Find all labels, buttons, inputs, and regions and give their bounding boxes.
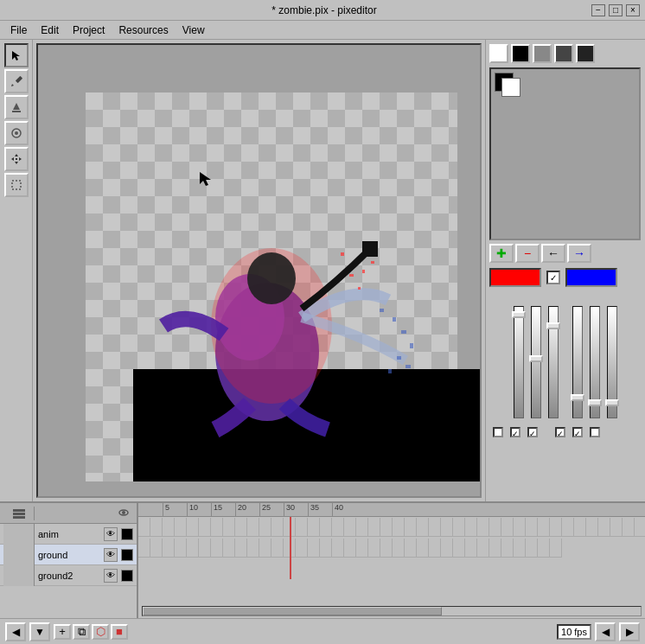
frame-cell[interactable] [271, 518, 284, 537]
color1-checkbox[interactable]: ✓ [546, 271, 560, 284]
frame-cell[interactable] [441, 539, 453, 558]
layer-vis-ground2[interactable]: 👁 [104, 569, 118, 583]
prev-color-button[interactable]: ← [541, 244, 565, 263]
frame-cell[interactable] [598, 518, 610, 537]
checkbox-3[interactable] [527, 427, 538, 437]
menu-edit[interactable]: Edit [34, 22, 66, 38]
frame-cell[interactable] [308, 518, 320, 537]
play-button[interactable]: ▶ [619, 622, 640, 641]
add-keyframe-button[interactable]: ⬡ [92, 624, 109, 640]
frame-cell[interactable] [586, 518, 598, 537]
checkbox-2[interactable] [510, 427, 520, 437]
frame-cell[interactable] [453, 539, 465, 558]
frame-cell[interactable] [550, 539, 562, 558]
frame-cell[interactable] [441, 518, 453, 537]
frame-cell[interactable] [259, 518, 271, 537]
frame-cell[interactable] [138, 539, 150, 558]
frame-cell[interactable] [187, 539, 199, 558]
frame-cell[interactable] [477, 539, 489, 558]
frame-cell[interactable] [199, 539, 211, 558]
swatch-black[interactable] [511, 44, 530, 63]
tool-pencil[interactable] [4, 69, 29, 93]
frame-cell[interactable] [562, 518, 574, 537]
frame-cell[interactable] [332, 539, 344, 558]
frame-cell[interactable] [320, 539, 332, 558]
layer-row-anim[interactable]: anim 👁 [0, 524, 137, 545]
duplicate-button[interactable]: ⧉ [73, 624, 90, 640]
frame-cell[interactable] [405, 518, 417, 537]
close-button[interactable]: × [626, 4, 640, 16]
frame-cell[interactable] [150, 539, 163, 558]
tool-select[interactable] [4, 173, 29, 197]
slider-thumb-6[interactable] [605, 399, 619, 406]
frame-cell[interactable] [538, 539, 550, 558]
window-controls[interactable]: − □ × [591, 4, 640, 16]
next-color-button[interactable]: → [567, 244, 591, 263]
frame-cell[interactable] [429, 539, 441, 558]
frame-cell[interactable] [223, 539, 235, 558]
layer-vis-ground[interactable]: 👁 [104, 548, 118, 562]
canvas-panel[interactable] [36, 43, 482, 498]
menu-resources[interactable]: Resources [112, 22, 175, 38]
tool-arrow[interactable] [4, 43, 29, 67]
frame-cell[interactable] [501, 518, 514, 537]
layer-vis-anim[interactable]: 👁 [104, 527, 118, 541]
frame-cell[interactable] [465, 518, 477, 537]
frame-cell[interactable] [477, 518, 489, 537]
frame-cell[interactable] [308, 539, 320, 558]
frame-cell[interactable] [393, 518, 405, 537]
slider-thumb-4[interactable] [571, 394, 584, 401]
frame-cell[interactable] [175, 539, 187, 558]
frame-cell[interactable] [199, 518, 211, 537]
frame-cell[interactable] [211, 518, 223, 537]
frame-cell[interactable] [150, 518, 163, 537]
minimize-button[interactable]: − [591, 4, 605, 16]
frame-cell[interactable] [175, 518, 187, 537]
frame-cell[interactable] [514, 518, 526, 537]
fps-input[interactable] [557, 624, 591, 640]
frame-cell[interactable] [356, 539, 368, 558]
slider-thumb-b[interactable] [546, 322, 560, 329]
frame-cell[interactable] [405, 539, 417, 558]
frame-cell[interactable] [380, 539, 393, 558]
slider-thumb-g[interactable] [529, 355, 543, 362]
frame-cell[interactable] [429, 518, 441, 537]
swatch-darkest[interactable] [576, 44, 595, 63]
frame-cell[interactable] [187, 518, 199, 537]
swatch-gray[interactable] [533, 44, 552, 63]
frame-cell[interactable] [344, 539, 356, 558]
color1-rect[interactable] [489, 268, 541, 287]
checkbox-5[interactable] [572, 427, 583, 437]
frame-cell[interactable] [163, 518, 175, 537]
frame-cell[interactable] [453, 518, 465, 537]
frame-cell[interactable] [296, 518, 308, 537]
tool-fill[interactable] [4, 95, 29, 119]
frame-cell[interactable] [380, 518, 393, 537]
checkbox-6[interactable] [590, 427, 600, 437]
frame-cell[interactable] [138, 518, 150, 537]
frame-cell[interactable] [368, 539, 380, 558]
frame-cell[interactable] [163, 539, 175, 558]
frame-cell[interactable] [526, 539, 538, 558]
frame-cell[interactable] [501, 539, 514, 558]
frame-cell[interactable] [211, 539, 223, 558]
frame-cell[interactable] [489, 518, 501, 537]
menu-view[interactable]: View [176, 22, 212, 38]
frame-cell[interactable] [417, 539, 429, 558]
next-frame-button[interactable]: ▼ [29, 622, 50, 641]
frame-cell[interactable] [368, 518, 380, 537]
frame-cell[interactable] [393, 539, 405, 558]
swatch-white[interactable] [489, 44, 508, 63]
tool-eyedropper[interactable] [4, 121, 29, 145]
frame-cell[interactable] [223, 518, 235, 537]
frame-cell[interactable] [247, 518, 259, 537]
menu-project[interactable]: Project [66, 22, 112, 38]
delete-frame-button[interactable]: ■ [111, 624, 128, 640]
timeline-scroll-thumb[interactable] [143, 607, 442, 615]
frame-cell[interactable] [344, 518, 356, 537]
frame-cell[interactable] [514, 539, 526, 558]
add-layer-button[interactable]: + [54, 624, 71, 640]
frame-cell[interactable] [489, 539, 501, 558]
remove-color-button[interactable]: − [515, 244, 540, 263]
frame-cell[interactable] [284, 539, 296, 558]
